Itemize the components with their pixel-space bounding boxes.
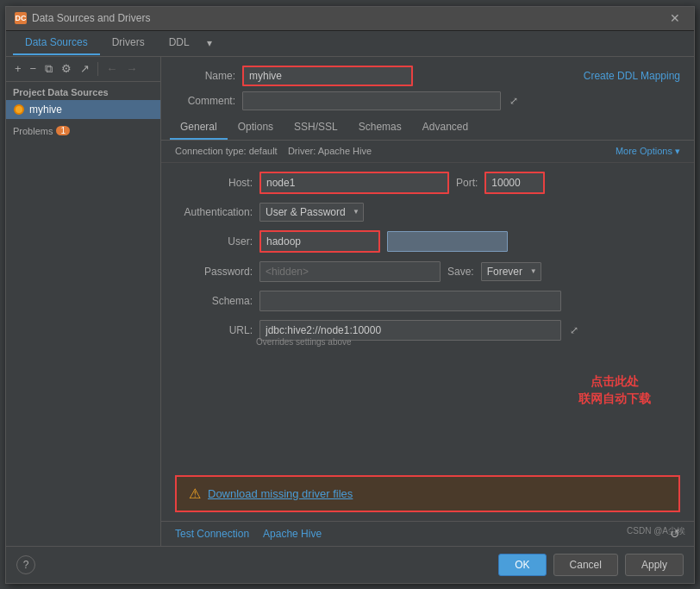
toolbar-separator: [97, 62, 98, 76]
download-link[interactable]: Download missing driver files: [208, 487, 353, 500]
add-button[interactable]: +: [11, 60, 25, 77]
download-section[interactable]: ⚠ Download missing driver files: [175, 475, 680, 512]
auth-select-wrapper: User & Password: [259, 203, 364, 222]
comment-input[interactable]: [242, 91, 501, 110]
export-button[interactable]: ↗: [77, 60, 93, 77]
overrides-text: Overrides settings above: [256, 337, 680, 347]
forward-button[interactable]: →: [122, 60, 141, 77]
url-expand-button[interactable]: ⤢: [568, 323, 580, 338]
title-bar: DC Data Sources and Drivers ✕: [6, 7, 694, 31]
form-header: Name: Create DDL Mapping Comment: ⤢: [161, 57, 694, 116]
ok-button[interactable]: OK: [498, 554, 546, 576]
tab-options[interactable]: Options: [228, 116, 284, 140]
name-input[interactable]: [242, 66, 413, 86]
user-row: User:: [175, 230, 680, 253]
schema-label: Schema:: [175, 295, 253, 307]
spacer: [161, 355, 694, 467]
refresh-button[interactable]: ↺: [670, 527, 680, 541]
tab-advanced[interactable]: Advanced: [412, 116, 478, 140]
inner-tabs: General Options SSH/SSL Schemas Advanced: [161, 116, 694, 141]
save-label: Save:: [447, 266, 474, 278]
left-panel: + − ⧉ ⚙ ↗ ← → Project Data Sources myhiv…: [6, 57, 161, 546]
test-connection-link[interactable]: Test Connection: [175, 528, 249, 540]
copy-button[interactable]: ⧉: [41, 60, 56, 78]
save-select[interactable]: Forever: [481, 262, 541, 281]
more-options-link[interactable]: More Options ▾: [616, 146, 680, 157]
settings-button[interactable]: ⚙: [58, 60, 75, 77]
tab-data-sources[interactable]: Data Sources: [13, 31, 100, 55]
save-select-wrapper: Forever: [481, 262, 541, 281]
hive-icon: [13, 103, 25, 116]
right-panel: Name: Create DDL Mapping Comment: ⤢ Gene…: [161, 57, 694, 546]
user-input[interactable]: [259, 230, 380, 253]
footer-left: ?: [16, 555, 35, 574]
remove-button[interactable]: −: [27, 60, 41, 77]
tab-general[interactable]: General: [170, 116, 228, 140]
comment-row: Comment: ⤢: [175, 91, 680, 110]
name-label: Name:: [175, 70, 235, 82]
tab-schemas[interactable]: Schemas: [348, 116, 412, 140]
create-ddl-link[interactable]: Create DDL Mapping: [584, 70, 680, 82]
project-sources-label: Project Data Sources: [6, 82, 160, 100]
schema-input[interactable]: [259, 291, 561, 311]
tree-item-label: myhive: [29, 103, 62, 116]
problems-badge: 1: [56, 126, 70, 135]
bottom-links: Test Connection Apache Hive ↺: [161, 521, 694, 546]
apache-hive-link[interactable]: Apache Hive: [263, 528, 322, 540]
left-toolbar: + − ⧉ ⚙ ↗ ← →: [6, 57, 160, 82]
port-input[interactable]: [484, 172, 545, 194]
footer-right: OK Cancel Apply: [498, 554, 684, 576]
auth-row: Authentication: User & Password: [175, 203, 680, 222]
auth-label: Authentication:: [175, 206, 253, 218]
tabs-dropdown[interactable]: ▾: [202, 34, 217, 53]
help-button[interactable]: ?: [16, 555, 35, 574]
back-button[interactable]: ←: [103, 60, 121, 77]
tab-ddl[interactable]: DDL: [157, 31, 202, 55]
problems-section: Problems 1: [6, 119, 160, 143]
expand-button[interactable]: ⤢: [508, 93, 520, 109]
schema-row: Schema:: [175, 291, 680, 311]
apply-button[interactable]: Apply: [625, 554, 684, 576]
problems-label: Problems 1: [13, 126, 153, 136]
conn-type-bar: Connection type: default Driver: Apache …: [161, 141, 694, 163]
tree-item-myhive[interactable]: myhive: [6, 100, 160, 119]
port-label: Port:: [456, 177, 478, 189]
user-input-2[interactable]: [387, 231, 508, 252]
url-section: URL: ⤢ Overrides settings above: [175, 320, 680, 347]
dialog-footer: ? OK Cancel Apply: [6, 546, 694, 583]
dialog-title: Data Sources and Drivers: [32, 12, 150, 24]
tab-ssh-ssl[interactable]: SSH/SSL: [284, 116, 348, 140]
host-input[interactable]: [259, 172, 449, 194]
host-row: Host: Port:: [175, 172, 680, 194]
top-tab-bar: Data Sources Drivers DDL ▾: [6, 31, 694, 57]
app-icon: DC: [15, 12, 27, 24]
main-content: + − ⧉ ⚙ ↗ ← → Project Data Sources myhiv…: [6, 57, 694, 546]
auth-select[interactable]: User & Password: [259, 203, 364, 222]
comment-label: Comment:: [175, 95, 235, 107]
close-button[interactable]: ✕: [665, 9, 685, 27]
cancel-button[interactable]: Cancel: [553, 554, 618, 576]
form-body: Host: Port: Authentication: User & Passw…: [161, 163, 694, 355]
password-label: Password:: [175, 266, 253, 278]
user-label: User:: [175, 235, 253, 248]
name-row: Name: Create DDL Mapping: [175, 66, 680, 86]
url-label: URL:: [175, 324, 253, 336]
password-row: Password: Save: Forever: [175, 261, 680, 282]
host-label: Host:: [175, 177, 253, 189]
password-input[interactable]: [259, 261, 441, 282]
warning-icon: ⚠: [189, 486, 201, 502]
tab-drivers[interactable]: Drivers: [100, 31, 157, 55]
conn-type-text: Connection type: default Driver: Apache …: [175, 146, 372, 156]
